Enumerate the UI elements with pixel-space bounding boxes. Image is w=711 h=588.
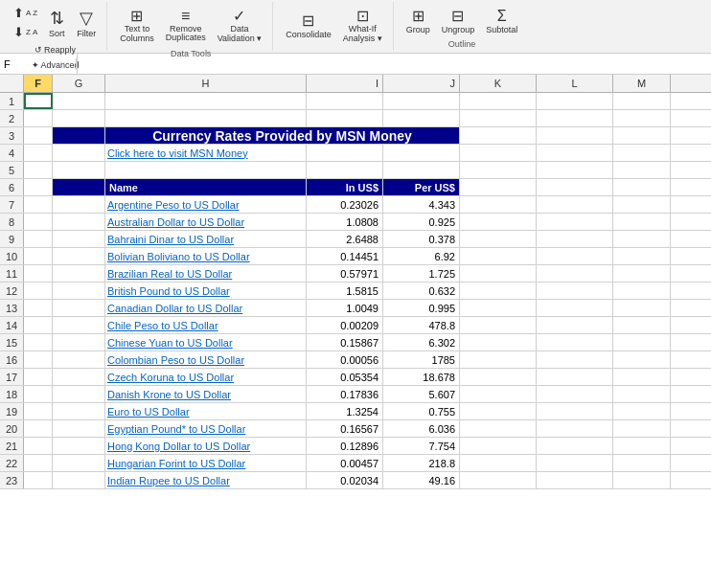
cell-k4[interactable] [460, 145, 537, 161]
cell-m15[interactable] [613, 334, 671, 351]
cell-l20[interactable] [537, 420, 613, 437]
cell-per-usd-10[interactable]: 6.92 [383, 248, 460, 264]
cell-name-10[interactable]: Bolivian Boliviano to US Dollar [105, 248, 307, 264]
cell-l19[interactable] [537, 403, 613, 419]
cell-l3[interactable] [537, 127, 613, 144]
cell-f23[interactable] [24, 472, 53, 488]
cell-name-19[interactable]: Euro to US Dollar [105, 403, 307, 419]
cell-in-usd-9[interactable]: 2.6488 [307, 231, 383, 247]
cell-g1[interactable] [53, 93, 105, 109]
cell-l5[interactable] [537, 162, 613, 178]
ungroup-button[interactable]: ⊟ Ungroup [437, 4, 480, 37]
cell-in-usd-14[interactable]: 0.00209 [307, 317, 383, 333]
cell-g11[interactable] [53, 265, 105, 282]
cell-f20[interactable] [24, 420, 53, 437]
cell-k7[interactable] [460, 196, 537, 213]
cell-m2[interactable] [613, 110, 671, 126]
cell-k13[interactable] [460, 300, 537, 316]
currency-link[interactable]: Argentine Peso to US Dollar [107, 199, 240, 211]
cell-in-usd-19[interactable]: 1.3254 [307, 403, 383, 419]
cell-f10[interactable] [24, 248, 53, 264]
cell-l15[interactable] [537, 334, 613, 351]
currency-link[interactable]: Indian Rupee to US Dollar [107, 475, 230, 486]
cell-k9[interactable] [460, 231, 537, 247]
cell-in-usd-22[interactable]: 0.00457 [307, 455, 383, 471]
cell-per-usd-21[interactable]: 7.754 [383, 438, 460, 454]
cell-k12[interactable] [460, 283, 537, 299]
cell-in-usd-20[interactable]: 0.16567 [307, 420, 383, 437]
filter-button[interactable]: ▽ Filter [72, 5, 101, 41]
cell-name-8[interactable]: Australian Dollar to US Dollar [105, 214, 307, 230]
consolidate-button[interactable]: ⊟ Consolidate [281, 9, 336, 42]
cell-m22[interactable] [613, 455, 671, 471]
cell-f13[interactable] [24, 300, 53, 316]
cell-in-usd-11[interactable]: 0.57971 [307, 265, 383, 282]
cell-k18[interactable] [460, 386, 537, 402]
cell-l13[interactable] [537, 300, 613, 316]
cell-f4[interactable] [24, 145, 53, 161]
currency-link[interactable]: Chinese Yuan to US Dollar [107, 337, 233, 349]
currency-link[interactable]: Hong Kong Dollar to US Dollar [107, 441, 250, 452]
cell-l6[interactable] [537, 179, 613, 195]
cell-l9[interactable] [537, 231, 613, 247]
col-header-l[interactable]: L [537, 75, 613, 92]
group-button[interactable]: ⊞ Group [401, 4, 435, 37]
cell-m8[interactable] [613, 214, 671, 230]
col-header-f[interactable]: F [24, 75, 53, 92]
cell-g23[interactable] [53, 472, 105, 488]
cell-g4[interactable] [53, 145, 105, 161]
link-cell[interactable]: Click here to visit MSN Money [105, 145, 307, 161]
cell-per-usd-18[interactable]: 5.607 [383, 386, 460, 402]
col-header-h[interactable]: H [105, 75, 307, 92]
currency-link[interactable]: Hungarian Forint to US Dollar [107, 458, 245, 469]
cell-g15[interactable] [53, 334, 105, 351]
cell-per-usd-9[interactable]: 0.378 [383, 231, 460, 247]
cell-m11[interactable] [613, 265, 671, 282]
cell-f15[interactable] [24, 334, 53, 351]
cell-g6[interactable] [53, 179, 105, 195]
cell-i5[interactable] [307, 162, 383, 178]
cell-in-usd-15[interactable]: 0.15867 [307, 334, 383, 351]
cell-f2[interactable] [24, 110, 53, 126]
cell-per-usd-19[interactable]: 0.755 [383, 403, 460, 419]
cell-i2[interactable] [307, 110, 383, 126]
cell-per-usd-8[interactable]: 0.925 [383, 214, 460, 230]
cell-in-usd-17[interactable]: 0.05354 [307, 369, 383, 385]
cell-k19[interactable] [460, 403, 537, 419]
cell-l11[interactable] [537, 265, 613, 282]
cell-k3[interactable] [460, 127, 537, 144]
cell-m3[interactable] [613, 127, 671, 144]
cell-f5[interactable] [24, 162, 53, 178]
cell-name-20[interactable]: Egyptian Pound* to US Dollar [105, 420, 307, 437]
cell-f19[interactable] [24, 403, 53, 419]
cell-f18[interactable] [24, 386, 53, 402]
cell-k21[interactable] [460, 438, 537, 454]
cell-m1[interactable] [613, 93, 671, 109]
cell-name-11[interactable]: Brazilian Real to US Dollar [105, 265, 307, 282]
currency-link[interactable]: Egyptian Pound* to US Dollar [107, 423, 245, 435]
sort-button[interactable]: ⇅ Sort [43, 5, 70, 41]
cell-per-usd-16[interactable]: 1785 [383, 351, 460, 368]
cell-j1[interactable] [383, 93, 460, 109]
cell-k16[interactable] [460, 351, 537, 368]
cell-i1[interactable] [307, 93, 383, 109]
cell-name-14[interactable]: Chile Peso to US Dollar [105, 317, 307, 333]
sort-za-button[interactable]: ⬇ Z A [10, 23, 41, 41]
cell-k14[interactable] [460, 317, 537, 333]
cell-h2[interactable] [105, 110, 307, 126]
cell-k23[interactable] [460, 472, 537, 488]
cell-l8[interactable] [537, 214, 613, 230]
cell-m12[interactable] [613, 283, 671, 299]
cell-g7[interactable] [53, 196, 105, 213]
cell-f17[interactable] [24, 369, 53, 385]
cell-l2[interactable] [537, 110, 613, 126]
cell-name-7[interactable]: Argentine Peso to US Dollar [105, 196, 307, 213]
cell-h1[interactable] [105, 93, 307, 109]
cell-l21[interactable] [537, 438, 613, 454]
remove-duplicates-button[interactable]: ≡ RemoveDuplicates [161, 5, 211, 47]
cell-f11[interactable] [24, 265, 53, 282]
cell-f9[interactable] [24, 231, 53, 247]
cell-name-9[interactable]: Bahraini Dinar to US Dollar [105, 231, 307, 247]
cell-per-usd-17[interactable]: 18.678 [383, 369, 460, 385]
cell-l18[interactable] [537, 386, 613, 402]
